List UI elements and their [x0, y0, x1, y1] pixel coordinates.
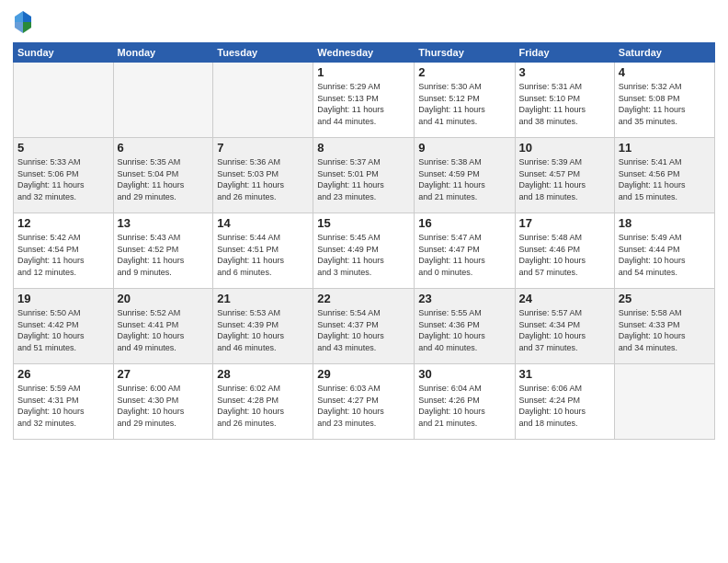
day-number: 17 [519, 216, 610, 230]
day-number: 25 [619, 292, 711, 305]
day-info: Sunrise: 5:45 AM Sunset: 4:49 PM Dayligh… [317, 232, 410, 278]
calendar-cell: 1Sunrise: 5:29 AM Sunset: 5:13 PM Daylig… [313, 63, 415, 138]
day-number: 1 [317, 65, 410, 79]
day-info: Sunrise: 5:59 AM Sunset: 4:31 PM Dayligh… [17, 383, 109, 429]
calendar-cell [614, 364, 714, 440]
day-number: 7 [217, 141, 309, 155]
calendar-table: SundayMondayTuesdayWednesdayThursdayFrid… [13, 42, 715, 440]
calendar-cell: 19Sunrise: 5:50 AM Sunset: 4:42 PM Dayli… [14, 289, 114, 364]
calendar-cell: 4Sunrise: 5:32 AM Sunset: 5:08 PM Daylig… [614, 63, 714, 138]
calendar-cell: 22Sunrise: 5:54 AM Sunset: 4:37 PM Dayli… [313, 289, 415, 364]
day-info: Sunrise: 5:50 AM Sunset: 4:42 PM Dayligh… [17, 307, 109, 353]
calendar-week-row: 26Sunrise: 5:59 AM Sunset: 4:31 PM Dayli… [14, 364, 715, 440]
calendar-cell: 28Sunrise: 6:02 AM Sunset: 4:28 PM Dayli… [213, 364, 313, 440]
calendar-cell: 3Sunrise: 5:31 AM Sunset: 5:10 PM Daylig… [515, 63, 614, 138]
day-info: Sunrise: 5:30 AM Sunset: 5:12 PM Dayligh… [418, 81, 510, 127]
calendar-cell: 9Sunrise: 5:38 AM Sunset: 4:59 PM Daylig… [415, 138, 515, 213]
day-info: Sunrise: 6:02 AM Sunset: 4:28 PM Dayligh… [217, 383, 309, 429]
day-info: Sunrise: 5:52 AM Sunset: 4:41 PM Dayligh… [118, 307, 210, 353]
day-info: Sunrise: 5:44 AM Sunset: 4:51 PM Dayligh… [217, 232, 309, 278]
calendar-week-row: 12Sunrise: 5:42 AM Sunset: 4:54 PM Dayli… [14, 213, 715, 289]
calendar-cell: 26Sunrise: 5:59 AM Sunset: 4:31 PM Dayli… [14, 364, 114, 440]
calendar-cell: 31Sunrise: 6:06 AM Sunset: 4:24 PM Dayli… [515, 364, 614, 440]
day-number: 3 [519, 65, 610, 79]
svg-marker-2 [23, 22, 31, 33]
calendar-cell: 10Sunrise: 5:39 AM Sunset: 4:57 PM Dayli… [515, 138, 614, 213]
day-info: Sunrise: 6:03 AM Sunset: 4:27 PM Dayligh… [317, 383, 410, 429]
day-number: 19 [17, 292, 109, 305]
day-number: 20 [118, 292, 210, 305]
header [13, 9, 715, 35]
day-info: Sunrise: 5:32 AM Sunset: 5:08 PM Dayligh… [619, 81, 711, 127]
calendar-cell: 7Sunrise: 5:36 AM Sunset: 5:03 PM Daylig… [213, 138, 313, 213]
day-info: Sunrise: 5:33 AM Sunset: 5:06 PM Dayligh… [17, 156, 109, 202]
calendar-cell [14, 63, 114, 138]
calendar-header-row: SundayMondayTuesdayWednesdayThursdayFrid… [14, 43, 715, 63]
calendar-cell: 18Sunrise: 5:49 AM Sunset: 4:44 PM Dayli… [614, 213, 714, 289]
day-info: Sunrise: 5:55 AM Sunset: 4:36 PM Dayligh… [418, 307, 510, 353]
day-number: 6 [118, 141, 210, 155]
day-info: Sunrise: 5:37 AM Sunset: 5:01 PM Dayligh… [317, 156, 410, 202]
calendar-cell: 5Sunrise: 5:33 AM Sunset: 5:06 PM Daylig… [14, 138, 114, 213]
calendar-cell: 17Sunrise: 5:48 AM Sunset: 4:46 PM Dayli… [515, 213, 614, 289]
calendar-cell: 15Sunrise: 5:45 AM Sunset: 4:49 PM Dayli… [313, 213, 415, 289]
calendar-cell: 16Sunrise: 5:47 AM Sunset: 4:47 PM Dayli… [415, 213, 515, 289]
day-info: Sunrise: 5:47 AM Sunset: 4:47 PM Dayligh… [418, 232, 510, 278]
logo-icon [13, 9, 33, 35]
day-number: 16 [418, 216, 510, 230]
day-info: Sunrise: 5:31 AM Sunset: 5:10 PM Dayligh… [519, 81, 610, 127]
day-info: Sunrise: 5:39 AM Sunset: 4:57 PM Dayligh… [519, 156, 610, 202]
day-number: 12 [17, 216, 109, 230]
day-number: 5 [17, 141, 109, 155]
day-number: 24 [519, 292, 610, 305]
weekday-header-monday: Monday [113, 43, 213, 63]
day-info: Sunrise: 5:41 AM Sunset: 4:56 PM Dayligh… [619, 156, 711, 202]
calendar-cell: 21Sunrise: 5:53 AM Sunset: 4:39 PM Dayli… [213, 289, 313, 364]
day-number: 21 [217, 292, 309, 305]
calendar-cell: 24Sunrise: 5:57 AM Sunset: 4:34 PM Dayli… [515, 289, 614, 364]
svg-marker-1 [23, 11, 31, 22]
day-info: Sunrise: 5:48 AM Sunset: 4:46 PM Dayligh… [519, 232, 610, 278]
day-info: Sunrise: 5:36 AM Sunset: 5:03 PM Dayligh… [217, 156, 309, 202]
day-number: 9 [418, 141, 510, 155]
calendar-cell: 6Sunrise: 5:35 AM Sunset: 5:04 PM Daylig… [113, 138, 213, 213]
day-number: 13 [118, 216, 210, 230]
weekday-header-tuesday: Tuesday [213, 43, 313, 63]
day-info: Sunrise: 6:00 AM Sunset: 4:30 PM Dayligh… [118, 383, 210, 429]
calendar-cell: 30Sunrise: 6:04 AM Sunset: 4:26 PM Dayli… [415, 364, 515, 440]
day-number: 30 [418, 367, 510, 381]
calendar-cell: 2Sunrise: 5:30 AM Sunset: 5:12 PM Daylig… [415, 63, 515, 138]
day-number: 18 [619, 216, 711, 230]
calendar-week-row: 5Sunrise: 5:33 AM Sunset: 5:06 PM Daylig… [14, 138, 715, 213]
calendar-cell: 23Sunrise: 5:55 AM Sunset: 4:36 PM Dayli… [415, 289, 515, 364]
calendar-cell: 8Sunrise: 5:37 AM Sunset: 5:01 PM Daylig… [313, 138, 415, 213]
calendar-cell: 12Sunrise: 5:42 AM Sunset: 4:54 PM Dayli… [14, 213, 114, 289]
calendar-week-row: 19Sunrise: 5:50 AM Sunset: 4:42 PM Dayli… [14, 289, 715, 364]
weekday-header-sunday: Sunday [14, 43, 114, 63]
day-number: 10 [519, 141, 610, 155]
day-number: 26 [17, 367, 109, 381]
weekday-header-thursday: Thursday [415, 43, 515, 63]
day-info: Sunrise: 5:35 AM Sunset: 5:04 PM Dayligh… [118, 156, 210, 202]
day-number: 22 [317, 292, 410, 305]
day-number: 31 [519, 367, 610, 381]
calendar-cell: 25Sunrise: 5:58 AM Sunset: 4:33 PM Dayli… [614, 289, 714, 364]
day-number: 11 [619, 141, 711, 155]
day-number: 27 [118, 367, 210, 381]
day-info: Sunrise: 5:42 AM Sunset: 4:54 PM Dayligh… [17, 232, 109, 278]
day-number: 29 [317, 367, 410, 381]
day-info: Sunrise: 6:06 AM Sunset: 4:24 PM Dayligh… [519, 383, 610, 429]
calendar-cell [213, 63, 313, 138]
day-number: 15 [317, 216, 410, 230]
day-info: Sunrise: 5:58 AM Sunset: 4:33 PM Dayligh… [619, 307, 711, 353]
calendar-cell: 29Sunrise: 6:03 AM Sunset: 4:27 PM Dayli… [313, 364, 415, 440]
calendar-cell: 14Sunrise: 5:44 AM Sunset: 4:51 PM Dayli… [213, 213, 313, 289]
calendar-cell [113, 63, 213, 138]
day-info: Sunrise: 5:43 AM Sunset: 4:52 PM Dayligh… [118, 232, 210, 278]
svg-marker-4 [15, 22, 23, 33]
day-number: 23 [418, 292, 510, 305]
day-info: Sunrise: 5:49 AM Sunset: 4:44 PM Dayligh… [619, 232, 711, 278]
day-number: 2 [418, 65, 510, 79]
logo [13, 9, 36, 35]
day-number: 8 [317, 141, 410, 155]
